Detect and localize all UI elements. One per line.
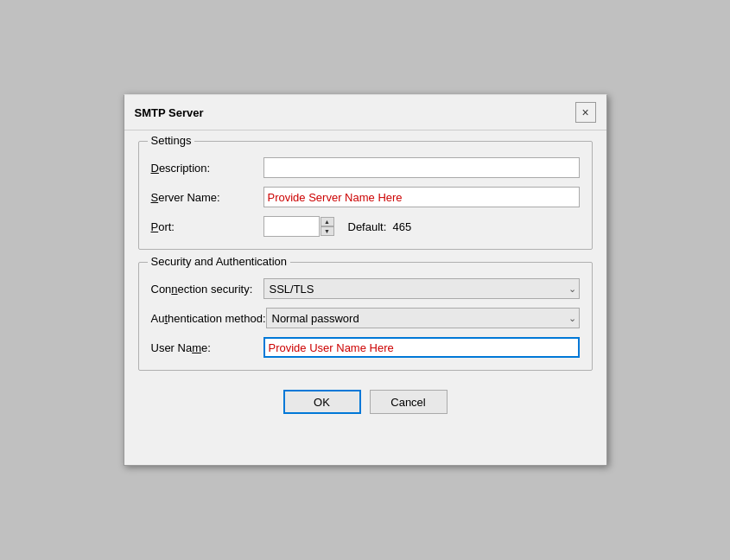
connection-security-label: Connection security: <box>151 283 263 296</box>
username-input[interactable] <box>263 337 580 358</box>
smtp-server-dialog: SMTP Server × Settings Description: Serv… <box>124 94 607 466</box>
auth-method-row: Authentication method: No authentication… <box>151 308 580 328</box>
auth-method-select[interactable]: No authentication Normal password Encryp… <box>266 308 580 328</box>
port-input[interactable]: 465 <box>263 216 320 237</box>
title-bar: SMTP Server × <box>124 95 606 130</box>
close-button[interactable]: × <box>575 102 596 123</box>
description-underline: D <box>151 162 159 175</box>
buttons-row: OK Cancel <box>138 383 593 417</box>
auth-method-select-wrapper: No authentication Normal password Encryp… <box>266 308 580 328</box>
ok-button[interactable]: OK <box>283 390 361 414</box>
port-spin-up[interactable]: ▲ <box>321 217 334 226</box>
port-spin-buttons: ▲ ▼ <box>321 217 334 236</box>
security-group: Security and Authentication Connection s… <box>138 262 593 371</box>
description-row: Description: <box>151 157 580 178</box>
port-underline: P <box>151 220 159 233</box>
settings-group: Settings Description: Server Name: Port: <box>138 141 593 250</box>
server-name-input[interactable] <box>263 187 580 207</box>
connection-security-row: Connection security: None STARTTLS SSL/T… <box>151 278 580 299</box>
auth-t-underline: t <box>164 312 168 325</box>
cancel-button[interactable]: Cancel <box>370 390 448 414</box>
connection-security-select-wrapper: None STARTTLS SSL/TLS ⌄ <box>263 278 580 299</box>
port-spin-down[interactable]: ▼ <box>321 226 334 236</box>
description-input[interactable] <box>263 157 580 178</box>
settings-group-label: Settings <box>148 134 195 147</box>
dialog-body: Settings Description: Server Name: Port: <box>124 130 606 431</box>
port-input-wrapper: 465 ▲ ▼ <box>263 216 334 237</box>
username-label: User Name: <box>151 341 263 354</box>
security-group-label: Security and Authentication <box>148 255 291 268</box>
port-row: Port: 465 ▲ ▼ Default: 465 <box>151 216 580 237</box>
server-name-underline: S <box>151 191 159 204</box>
username-m-underline: m <box>192 341 201 354</box>
server-name-row: Server Name: <box>151 187 580 207</box>
port-default-text: Default: 465 <box>348 220 412 233</box>
description-label: Description: <box>151 162 263 175</box>
username-row: User Name: <box>151 337 580 358</box>
dialog-title: SMTP Server <box>135 106 204 119</box>
connection-n-underline: n <box>171 283 177 296</box>
server-name-label: Server Name: <box>151 191 263 204</box>
auth-method-label: Authentication method: <box>151 312 266 325</box>
port-label: Port: <box>151 220 263 233</box>
connection-security-select[interactable]: None STARTTLS SSL/TLS <box>263 278 580 299</box>
